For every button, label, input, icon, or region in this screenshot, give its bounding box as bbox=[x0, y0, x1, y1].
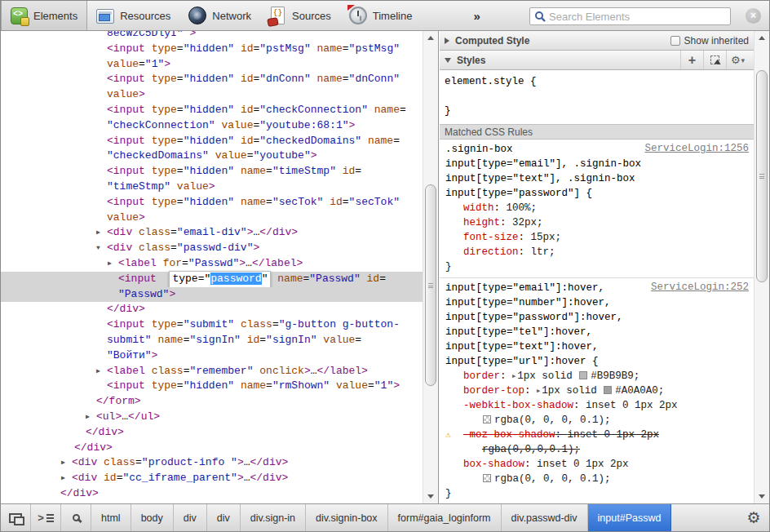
dom-tree-row[interactable]: value> bbox=[1, 211, 423, 226]
css-property[interactable]: width: 100%; bbox=[440, 201, 754, 215]
dom-tree-row[interactable]: <input type="submit" class="g-button g-b… bbox=[1, 317, 423, 333]
tab-resources[interactable]: Resources bbox=[87, 1, 179, 30]
dom-tree-row[interactable]: </div> bbox=[1, 302, 423, 317]
expand-value-icon[interactable]: ▶ bbox=[512, 373, 516, 379]
dom-tree-row[interactable]: ▶<ul>…</ul> bbox=[1, 410, 423, 425]
alpha-color-swatch[interactable] bbox=[483, 415, 491, 423]
css-property[interactable]: border: ▶1px solid #B9B9B9; bbox=[440, 369, 754, 383]
scrollbar-thumb[interactable] bbox=[425, 184, 436, 386]
scroll-down-arrow-icon[interactable] bbox=[755, 490, 769, 503]
dom-tree-row[interactable]: "timeStmp" value> bbox=[1, 180, 423, 195]
element-style-empty-line[interactable] bbox=[445, 89, 754, 104]
dom-tree-row[interactable]: <input type="hidden" name="secTok" id="s… bbox=[1, 195, 423, 211]
elements-scrollbar[interactable] bbox=[423, 31, 438, 503]
dom-tree-row[interactable]: "checkConnection" value="youtube:68:1"> bbox=[1, 118, 423, 134]
breadcrumb-item[interactable]: div bbox=[207, 504, 241, 531]
dom-tree-row[interactable]: </div> bbox=[1, 486, 423, 502]
dom-tree-row[interactable]: ▶<div id="cc_iframe_parent">…</div> bbox=[1, 471, 423, 486]
styles-settings-gear-icon[interactable]: ⚙▾ bbox=[726, 51, 749, 69]
expanded-triangle-icon[interactable] bbox=[445, 58, 451, 63]
computed-style-header[interactable]: Computed Style Show inherited bbox=[440, 31, 754, 51]
dom-tree-row[interactable]: <input type="hidden" id="pstMsg" name="p… bbox=[1, 42, 423, 57]
rule-selector[interactable]: input[type="text"]:hover, bbox=[440, 339, 754, 354]
dom-tree-row[interactable]: submit" name="signIn" id="signIn" value= bbox=[1, 333, 423, 348]
breadcrumb-item[interactable]: form#gaia_loginform bbox=[388, 504, 502, 531]
rule-selector[interactable]: input[type="password"] { bbox=[440, 186, 754, 201]
css-property[interactable]: box-shadow: inset 0 1px 2px bbox=[440, 457, 754, 472]
css-property[interactable]: -webkit-box-shadow: inset 0 1px 2px bbox=[440, 398, 754, 413]
dom-tree-row[interactable]: "Passwd"> bbox=[1, 287, 423, 303]
search-input[interactable] bbox=[549, 11, 726, 23]
dom-tree-row[interactable]: 8ecWzC5DlyI" > bbox=[1, 31, 423, 42]
dom-tree-row[interactable]: ▶<label for="Passwd">…</label> bbox=[1, 256, 423, 272]
dom-tree-row[interactable]: <input type="hidden" name="rmShown" valu… bbox=[1, 379, 423, 394]
dom-tree-row[interactable]: <input type="hidden" id="checkConnection… bbox=[1, 103, 423, 118]
dom-tree-row[interactable]: ▶<div class="product-info ">…</div> bbox=[1, 455, 423, 471]
css-property[interactable]: border-top: ▶1px solid #A0A0A0; bbox=[440, 383, 754, 398]
element-style-selector[interactable]: element.style bbox=[445, 76, 524, 87]
stylesheet-link[interactable]: ServiceLogin:1256 bbox=[644, 143, 749, 154]
dom-tree-row[interactable]: value="1"> bbox=[1, 57, 423, 73]
dom-tree-row[interactable]: </form> bbox=[1, 394, 423, 410]
css-property[interactable]: height: 32px; bbox=[440, 215, 754, 230]
scroll-down-arrow-icon[interactable] bbox=[423, 490, 438, 503]
alpha-color-swatch[interactable] bbox=[483, 474, 491, 482]
dom-tree-row[interactable]: <input type="hidden" name="timeStmp" id= bbox=[1, 164, 423, 180]
tab-timeline[interactable]: Timeline bbox=[340, 1, 422, 30]
dock-side-button[interactable] bbox=[1, 504, 31, 531]
dom-tree-row[interactable]: ▶<div class="email-div">…</div> bbox=[1, 225, 423, 241]
css-property[interactable]: ⚠-moz-box-shadow: inset 0 1px 2px bbox=[440, 428, 754, 442]
tree-collapsed-icon[interactable]: ▶ bbox=[96, 364, 107, 379]
show-inherited-checkbox[interactable] bbox=[670, 36, 680, 46]
dom-tree-row[interactable]: "Войти"> bbox=[1, 348, 423, 364]
rule-selector[interactable]: input[type="url"]:hover { bbox=[440, 354, 754, 369]
dom-tree-row[interactable]: <input type="password" name="Passwd" id= bbox=[1, 272, 423, 287]
dom-tree-row[interactable]: <input type="hidden" id="dnConn" name="d… bbox=[1, 72, 423, 87]
tree-collapsed-icon[interactable]: ▶ bbox=[61, 471, 72, 486]
element-style-section[interactable]: element.style { } bbox=[440, 70, 754, 124]
tree-expanded-icon[interactable]: ▼ bbox=[96, 241, 107, 256]
stylesheet-link[interactable]: ServiceLogin:252 bbox=[651, 282, 749, 293]
breadcrumb-item[interactable]: html bbox=[91, 504, 131, 531]
close-devtools-button[interactable]: × bbox=[746, 8, 761, 24]
tree-collapsed-icon[interactable]: ▶ bbox=[96, 225, 107, 241]
dom-tree-row[interactable]: <input type="hidden" id="checkedDomains"… bbox=[1, 134, 423, 149]
rule-selector[interactable]: input[type="password"]:hover, bbox=[440, 310, 754, 325]
dom-tree-row[interactable]: "checkedDomains" value="youtube"> bbox=[1, 149, 423, 164]
new-style-rule-button[interactable]: + bbox=[680, 51, 703, 69]
tab-network[interactable]: Network bbox=[179, 1, 260, 30]
breadcrumb-item[interactable]: div.signin-box bbox=[306, 504, 388, 531]
dom-tree-row[interactable]: </div> bbox=[1, 441, 423, 456]
breadcrumb-item[interactable]: div.sign-in bbox=[241, 504, 306, 531]
scroll-up-arrow-icon[interactable] bbox=[423, 31, 438, 45]
rule-selector[interactable]: input[type="text"], .signin-box bbox=[440, 171, 754, 186]
rule-selector[interactable]: input[type="tel"]:hover, bbox=[440, 325, 754, 339]
console-toggle-button[interactable]: > bbox=[31, 504, 61, 531]
scrollbar-thumb[interactable] bbox=[756, 70, 768, 282]
dom-tree-row[interactable]: </div> bbox=[1, 425, 423, 441]
tree-collapsed-icon[interactable]: ▶ bbox=[108, 256, 118, 272]
dom-tree-row[interactable]: ▶<label class="remember" onclick>…</labe… bbox=[1, 364, 423, 379]
breadcrumb-item[interactable]: body bbox=[131, 504, 174, 531]
dom-tree-row[interactable]: value> bbox=[1, 87, 423, 103]
styles-scrollbar[interactable] bbox=[754, 31, 769, 503]
css-property[interactable]: font-size: 15px; bbox=[440, 230, 754, 245]
styles-header[interactable]: Styles + ⚙▾ bbox=[440, 51, 754, 70]
tree-collapsed-icon[interactable]: ▶ bbox=[86, 410, 96, 425]
settings-gear-button[interactable]: ⚙ bbox=[738, 504, 769, 531]
rule-selector[interactable]: input[type="number"]:hover, bbox=[440, 295, 754, 310]
rule-selector[interactable]: input[type="email"], .signin-box bbox=[440, 157, 754, 171]
breadcrumb-item[interactable]: div.passwd-div bbox=[502, 504, 588, 531]
inline-attribute-editor[interactable]: type="password" bbox=[169, 271, 271, 288]
breadcrumb-item[interactable]: input#Passwd bbox=[588, 504, 672, 531]
css-property[interactable]: direction: ltr; bbox=[440, 245, 754, 259]
more-panels-chevron-icon[interactable]: » bbox=[473, 9, 480, 23]
tab-elements[interactable]: Elements bbox=[1, 1, 87, 30]
scroll-up-arrow-icon[interactable] bbox=[755, 31, 769, 45]
color-swatch[interactable] bbox=[604, 386, 612, 394]
expand-value-icon[interactable]: ▶ bbox=[537, 388, 540, 394]
color-swatch[interactable] bbox=[579, 371, 587, 379]
inspect-element-button[interactable] bbox=[61, 504, 91, 531]
dom-tree-row[interactable]: ▼<div class="passwd-div"> bbox=[1, 241, 423, 256]
toggle-element-state-button[interactable] bbox=[703, 51, 726, 69]
